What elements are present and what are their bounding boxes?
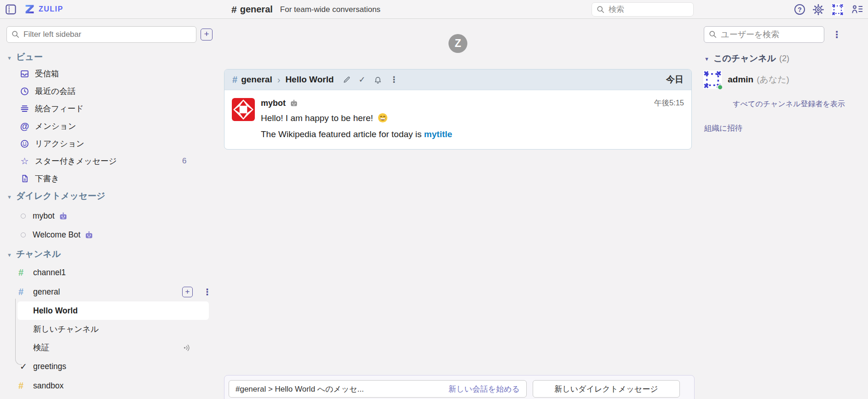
sidebar-item-label: リアクション	[35, 138, 84, 149]
edit-topic-icon[interactable]	[342, 75, 351, 84]
channel-row-general[interactable]: general	[0, 282, 214, 301]
starred-count: 6	[182, 156, 186, 166]
user-list-icon[interactable]	[851, 4, 863, 15]
document-icon	[19, 174, 30, 183]
channel-row-sandbox[interactable]: sandbox	[0, 376, 214, 395]
sidebar-item-reactions[interactable]: リアクション	[0, 135, 214, 152]
sidebar-toggle-icon[interactable]	[5, 3, 17, 16]
channel-hash-icon	[18, 287, 29, 297]
sidebar-item-label: 受信箱	[35, 68, 59, 79]
navbar-search-input[interactable]	[609, 5, 682, 14]
sidebar-item-label: 統合フィード	[35, 103, 84, 114]
channel-row-greetings[interactable]: greetings	[0, 357, 214, 376]
new-topic-button[interactable]	[182, 287, 193, 297]
recipient-bar-icons	[342, 75, 398, 85]
views-section-header[interactable]: ビュー	[0, 51, 214, 63]
search-icon	[11, 30, 20, 39]
bell-icon[interactable]	[374, 75, 382, 84]
gear-icon[interactable]	[813, 4, 824, 15]
sender-name[interactable]: mybot	[261, 98, 286, 108]
show-all-subscribers-link[interactable]: すべてのチャンネル登録者を表示	[733, 99, 868, 109]
topic-row-kensho[interactable]: 検証	[17, 338, 209, 357]
topic-label: 検証	[33, 342, 49, 353]
date-label: 今日	[666, 74, 684, 86]
message-timestamp: 午後5:15	[654, 98, 684, 108]
left-sidebar-filter-input[interactable]	[23, 30, 180, 39]
sidebar-item-combined-feed[interactable]: 統合フィード	[0, 100, 214, 117]
sidebar-item-drafts[interactable]: 下書き	[0, 170, 214, 187]
dm-list: mybot Welcome Bot	[0, 207, 214, 244]
topic-row-hello-world[interactable]: Hello World	[17, 301, 209, 320]
compose-message-button[interactable]: #general > Hello World へのメッセ... 新しい会話を始め…	[229, 380, 527, 398]
topic-label: 新しいチャンネル	[33, 324, 99, 335]
user-search-input[interactable]	[721, 30, 813, 40]
navbar-search[interactable]	[592, 2, 694, 17]
sidebar-item-recent-conversations[interactable]: 最近の会話	[0, 82, 214, 100]
topic-label: Hello World	[33, 306, 78, 316]
dm-user-name: mybot	[33, 211, 55, 221]
start-conversation-button[interactable]: 新しい会話を始める	[448, 384, 520, 394]
presence-circle-icon	[21, 214, 26, 219]
collapse-triangle-icon	[7, 52, 12, 62]
dm-item-mybot[interactable]: mybot	[0, 207, 214, 226]
clock-icon	[19, 87, 30, 96]
views-list: 受信箱 最近の会話 統合フィード メンション	[0, 65, 214, 187]
recipient-channel[interactable]: general	[241, 75, 272, 85]
bot-icon	[290, 99, 298, 107]
right-sidebar: このチャンネル (2) admin (あなた) すべてのチャンネル登録者を表示 …	[703, 19, 868, 133]
zulip-logo-text: ZULIP	[39, 5, 63, 13]
section-label: このチャンネル	[713, 52, 776, 64]
sidebar-item-inbox[interactable]: 受信箱	[0, 65, 214, 82]
compose-placeholder-text: #general > Hello World へのメッセ...	[236, 384, 364, 394]
star-icon	[19, 156, 30, 167]
user-search[interactable]	[704, 26, 824, 43]
resolve-topic-icon[interactable]	[359, 75, 366, 85]
chevron-right-icon	[277, 75, 281, 85]
sender-avatar[interactable]	[232, 98, 255, 121]
bot-icon	[59, 212, 68, 220]
message-group-menu-icon[interactable]	[390, 75, 398, 85]
direct-messages-section-header[interactable]: ダイレクトメッセージ	[0, 190, 214, 202]
sidebar-item-mentions[interactable]: メンション	[0, 117, 214, 135]
collapse-triangle-icon	[7, 191, 12, 201]
compose-area: #general > Hello World へのメッセ... 新しい会話を始め…	[224, 375, 695, 399]
channel-menu-icon[interactable]	[203, 287, 212, 297]
sidebar-item-label: 最近の会話	[35, 86, 75, 97]
new-channel-button[interactable]	[201, 29, 213, 40]
feed-icon	[19, 104, 30, 114]
channel-row-channel1[interactable]: channel1	[0, 263, 214, 282]
this-channel-section-header[interactable]: このチャンネル (2)	[703, 52, 868, 64]
sidebar-item-label: スター付きメッセージ	[35, 156, 117, 167]
topic-list-general: Hello World 新しいチャンネル 検証	[0, 301, 214, 357]
search-icon	[709, 30, 717, 39]
avatar[interactable]	[832, 4, 844, 16]
zulip-z-icon	[24, 3, 35, 15]
feed-end-zulip-icon: Z	[448, 34, 467, 53]
message-line-2: The Wikipedia featured article for today…	[261, 128, 684, 140]
new-direct-message-button[interactable]: 新しいダイレクトメッセージ	[533, 380, 680, 398]
collapse-triangle-icon	[7, 249, 12, 259]
topic-row-new-channel[interactable]: 新しいチャンネル	[17, 320, 209, 338]
recipient-bar[interactable]: general Hello World 今日	[224, 69, 691, 90]
left-sidebar-filter[interactable]	[6, 26, 196, 43]
channel-name: greetings	[33, 362, 66, 371]
channels-section-header[interactable]: チャンネル	[0, 248, 214, 260]
help-icon[interactable]: ?	[794, 4, 805, 15]
user-row-admin[interactable]: admin (あなた)	[703, 70, 868, 89]
invite-to-organization-link[interactable]: 組織に招待	[704, 123, 868, 133]
unmute-icon	[182, 343, 192, 352]
user-list-menu-icon[interactable]	[832, 29, 841, 40]
recipient-topic[interactable]: Hello World	[285, 75, 333, 85]
dm-item-welcome-bot[interactable]: Welcome Bot	[0, 226, 214, 244]
message-text: Hello! I am happy to be here!	[261, 113, 373, 123]
navbar-channel-name: general	[240, 4, 273, 15]
check-icon	[18, 361, 29, 372]
channel-name: channel1	[33, 268, 66, 278]
navbar-channel-description: For team-wide conversations	[280, 5, 380, 14]
sidebar-item-starred-messages[interactable]: スター付きメッセージ 6	[0, 152, 214, 170]
message-line-1: Hello! I am happy to be here!	[261, 112, 684, 124]
message-link[interactable]: mytitle	[424, 129, 452, 139]
message-group: general Hello World 今日	[224, 69, 692, 150]
zulip-logo[interactable]: ZULIP	[24, 3, 63, 15]
bot-icon	[85, 231, 93, 239]
